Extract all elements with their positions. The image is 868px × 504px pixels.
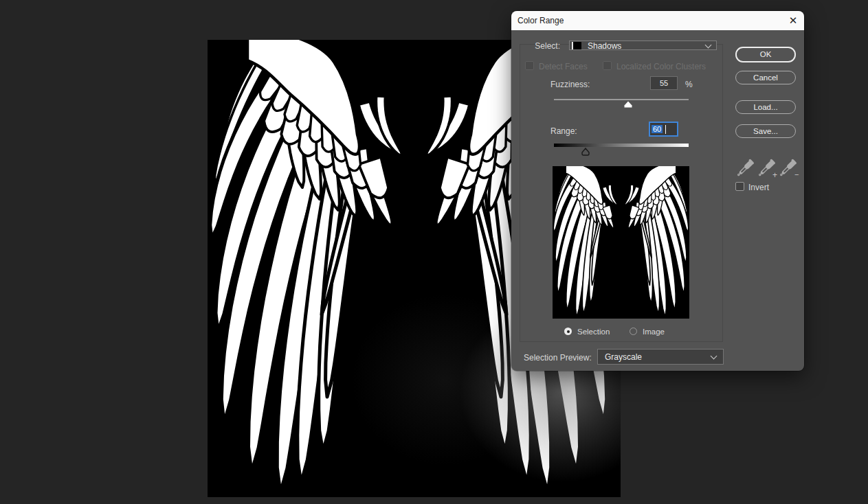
- svg-text:−: −: [794, 170, 799, 179]
- svg-text:+: +: [772, 170, 777, 180]
